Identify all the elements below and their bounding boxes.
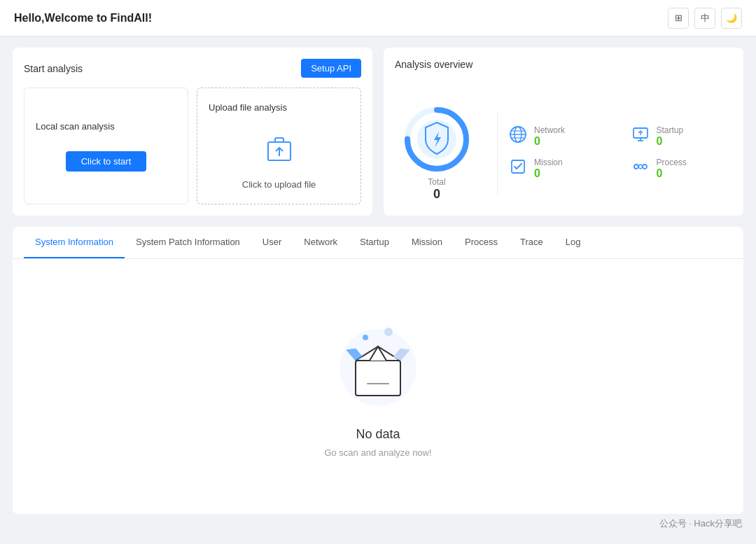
start-analysis-card: Start analysis Setup API Local scan anal…	[13, 48, 372, 216]
network-stat-info: Network 0	[534, 125, 565, 148]
click-to-start-button[interactable]: Click to start	[66, 151, 147, 172]
tabs-card: System InformationSystem Patch Informati…	[13, 227, 743, 514]
top-section: Start analysis Setup API Local scan anal…	[13, 48, 743, 216]
tab-mission[interactable]: Mission	[400, 227, 454, 258]
overview-inner: Total 0	[395, 80, 732, 225]
tabs-bar: System InformationSystem Patch Informati…	[13, 227, 743, 259]
total-circle-svg	[402, 104, 472, 174]
network-value: 0	[534, 135, 565, 148]
task-icon	[509, 158, 527, 180]
svg-point-19	[384, 328, 393, 336]
overview-header: Analysis overview	[395, 59, 732, 70]
start-analysis-header: Start analysis Setup API	[24, 59, 361, 78]
upload-text: Click to upload file	[242, 179, 316, 190]
total-count: 0	[433, 187, 440, 202]
tab-system-information[interactable]: System Information	[24, 227, 125, 258]
process-icon	[631, 158, 650, 180]
local-scan-label: Local scan analysis	[36, 121, 115, 132]
startup-value: 0	[657, 135, 684, 148]
mission-label: Mission	[534, 158, 563, 167]
tab-trace[interactable]: Trace	[509, 227, 554, 258]
startup-label: Startup	[657, 125, 684, 135]
tab-network[interactable]: Network	[293, 227, 349, 258]
stat-mission: Mission 0	[509, 158, 610, 180]
app-header: Hello,Welcome to FindAll! ⊞ 中 🌙	[0, 0, 756, 36]
tab-user[interactable]: User	[251, 227, 293, 258]
tab-startup[interactable]: Startup	[349, 227, 400, 258]
empty-state: No data Go scan and analyze now!	[13, 259, 743, 514]
svg-point-15	[634, 165, 638, 169]
upload-label: Upload file analysis	[209, 102, 287, 113]
divider	[497, 111, 498, 195]
empty-title: No data	[356, 427, 400, 442]
overview-title: Analysis overview	[395, 59, 472, 70]
upload-icon	[262, 132, 296, 172]
tab-system-patch-information[interactable]: System Patch Information	[125, 227, 251, 258]
app-title: Hello,Welcome to FindAll!	[14, 12, 152, 25]
start-analysis-title: Start analysis	[24, 63, 83, 74]
process-value: 0	[657, 167, 687, 180]
dark-mode-icon-btn[interactable]: 🌙	[721, 8, 742, 29]
mission-stat-info: Mission 0	[534, 158, 563, 180]
total-label: Total	[428, 177, 445, 187]
svg-rect-20	[356, 361, 400, 396]
process-label: Process	[657, 158, 687, 167]
svg-point-16	[643, 165, 647, 169]
main-content: Start analysis Setup API Local scan anal…	[0, 36, 756, 544]
stat-startup: Startup 0	[631, 125, 733, 148]
header-icon-group: ⊞ 中 🌙	[668, 8, 742, 29]
empty-illustration	[322, 301, 434, 413]
setup-api-button[interactable]: Setup API	[301, 59, 361, 78]
stat-network: Network 0	[509, 125, 610, 148]
analysis-panels: Local scan analysis Click to start Uploa…	[24, 88, 361, 204]
stats-grid: Network 0	[509, 125, 732, 180]
overview-card: Analysis overview Total 0	[384, 48, 743, 216]
svg-point-18	[363, 335, 368, 340]
monitor-icon	[631, 125, 650, 148]
tab-process[interactable]: Process	[454, 227, 509, 258]
upload-panel[interactable]: Upload file analysis Click to upload fil…	[197, 88, 361, 204]
stat-process: Process 0	[631, 158, 733, 180]
chinese-icon-btn[interactable]: 中	[694, 8, 715, 29]
globe-icon	[509, 125, 527, 148]
network-label: Network	[534, 125, 565, 135]
startup-stat-info: Startup 0	[657, 125, 684, 148]
empty-subtitle: Go scan and analyze now!	[324, 447, 431, 458]
mission-value: 0	[534, 167, 563, 180]
local-scan-panel: Local scan analysis Click to start	[24, 88, 188, 204]
screenshot-icon-btn[interactable]: ⊞	[668, 8, 689, 29]
tab-log[interactable]: Log	[554, 227, 592, 258]
total-circle-wrap: Total 0	[395, 97, 486, 209]
process-stat-info: Process 0	[657, 158, 687, 180]
